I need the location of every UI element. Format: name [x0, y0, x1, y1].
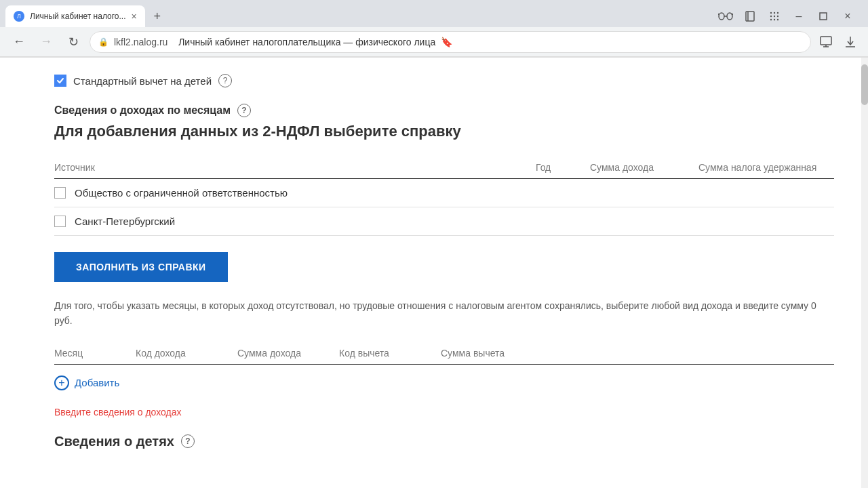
ndfl-source-item-1[interactable]: Общество с ограниченной ответственностью: [54, 179, 834, 207]
address-bar[interactable]: 🔒 lkfl2.nalog.ru Личный кабинет налогопл…: [90, 31, 811, 53]
svg-point-9: [777, 12, 778, 14]
children-section-title: Сведения о детях: [54, 434, 174, 449]
ndfl-source-item-2[interactable]: Санкт-Петербургский: [54, 207, 834, 236]
new-tab-button[interactable]: +: [148, 7, 167, 26]
children-section-help-icon[interactable]: ?: [181, 434, 195, 448]
url-domain: lkfl2.nalog.ru: [114, 37, 167, 47]
svg-rect-17: [821, 37, 831, 45]
download-icon[interactable]: [841, 33, 860, 52]
browser-window-controls: – ×: [716, 7, 863, 26]
svg-point-0: [719, 13, 724, 20]
browser-toolbar: ← → ↻ 🔒 lkfl2.nalog.ru Личный кабинет на…: [0, 27, 868, 57]
add-label: Добавить: [75, 377, 119, 388]
children-section: Сведения о детях ?: [54, 434, 834, 449]
address-bar-icons: 🔖: [441, 37, 452, 47]
income-col-sum: Сумма дохода: [237, 348, 339, 359]
income-section-title: Сведения о доходах по месяцам: [54, 104, 231, 117]
svg-point-10: [770, 16, 772, 17]
ndfl-table-header: Источник Год Сумма дохода Сумма налога у…: [54, 157, 834, 179]
svg-point-15: [777, 19, 778, 20]
source-checkbox-2[interactable]: [54, 216, 66, 227]
svg-point-7: [770, 12, 772, 14]
fill-from-certificate-button[interactable]: ЗАПОЛНИТЬ ИЗ СПРАВКИ: [54, 252, 228, 282]
scrollbar-track[interactable]: [861, 58, 868, 488]
close-window-button[interactable]: ×: [838, 7, 857, 26]
browser-tab[interactable]: Л Личный кабинет налого... ×: [5, 5, 145, 27]
standard-deduction-checkbox[interactable]: [54, 75, 66, 87]
svg-point-12: [777, 16, 778, 17]
svg-point-8: [774, 12, 775, 14]
svg-line-3: [718, 14, 719, 15]
standard-deduction-section: Стандартный вычет на детей ?: [54, 71, 834, 87]
source-label-1: Общество с ограниченной ответственностью: [75, 187, 834, 199]
tab-close-button[interactable]: ×: [132, 11, 137, 22]
reading-mode-icon[interactable]: [716, 7, 735, 26]
col-year: Год: [536, 162, 590, 173]
svg-point-14: [774, 19, 775, 20]
back-button[interactable]: ←: [8, 31, 30, 53]
tab-title: Личный кабинет налого...: [30, 12, 126, 21]
minimize-button[interactable]: –: [789, 7, 808, 26]
main-content: Стандартный вычет на детей ? Сведения о …: [0, 58, 861, 488]
menu-icon[interactable]: [765, 7, 784, 26]
page-content: Стандартный вычет на детей ? Сведения о …: [0, 58, 868, 488]
favorites-icon[interactable]: [741, 7, 760, 26]
standard-deduction-help-icon[interactable]: ?: [218, 74, 232, 87]
income-col-month: Месяц: [54, 348, 136, 359]
standard-deduction-label: Стандартный вычет на детей: [73, 75, 212, 87]
bookmark-icon[interactable]: 🔖: [441, 37, 452, 47]
source-label-2: Санкт-Петербургский: [75, 216, 834, 227]
maximize-button[interactable]: [814, 7, 833, 26]
income-section-help-icon[interactable]: ?: [237, 104, 251, 117]
svg-line-4: [732, 14, 733, 15]
col-source: Источник: [54, 162, 536, 173]
income-col-deduction-sum: Сумма вычета: [441, 348, 542, 359]
profile-icon[interactable]: [816, 33, 835, 52]
col-income-sum: Сумма дохода: [590, 162, 698, 173]
svg-rect-16: [820, 13, 827, 20]
browser-chrome: Л Личный кабинет налого... × + – ×: [0, 0, 868, 58]
lock-icon: 🔒: [98, 37, 108, 47]
income-info-text: Для того, чтобы указать месяцы, в которы…: [54, 298, 834, 329]
forward-button[interactable]: →: [35, 31, 57, 53]
toolbar-right-icons: [816, 33, 860, 52]
income-col-code: Код дохода: [136, 348, 237, 359]
add-circle-icon: +: [54, 375, 69, 390]
svg-point-13: [770, 19, 772, 20]
svg-rect-5: [746, 12, 754, 21]
add-income-button[interactable]: + Добавить: [54, 375, 834, 390]
url-page-title: Личный кабинет налогоплательщика — физич…: [173, 37, 435, 47]
scrollbar-thumb[interactable]: [861, 64, 868, 105]
income-error-text: Введите сведения о доходах: [54, 407, 834, 418]
svg-point-11: [774, 16, 775, 17]
income-table-header: Месяц Код дохода Сумма дохода Код вычета…: [54, 342, 834, 365]
ndfl-select-heading: Для добавления данных из 2-НДФЛ выберите…: [54, 123, 834, 140]
col-tax-sum: Сумма налога удержанная: [698, 162, 834, 173]
income-section-heading: Сведения о доходах по месяцам ?: [54, 104, 834, 117]
source-checkbox-1[interactable]: [54, 187, 66, 199]
refresh-button[interactable]: ↻: [62, 31, 84, 53]
svg-point-1: [727, 13, 732, 20]
tab-favicon: Л: [14, 11, 24, 22]
income-col-deduction-code: Код вычета: [339, 348, 441, 359]
tab-bar: Л Личный кабинет налого... × + – ×: [0, 0, 868, 27]
